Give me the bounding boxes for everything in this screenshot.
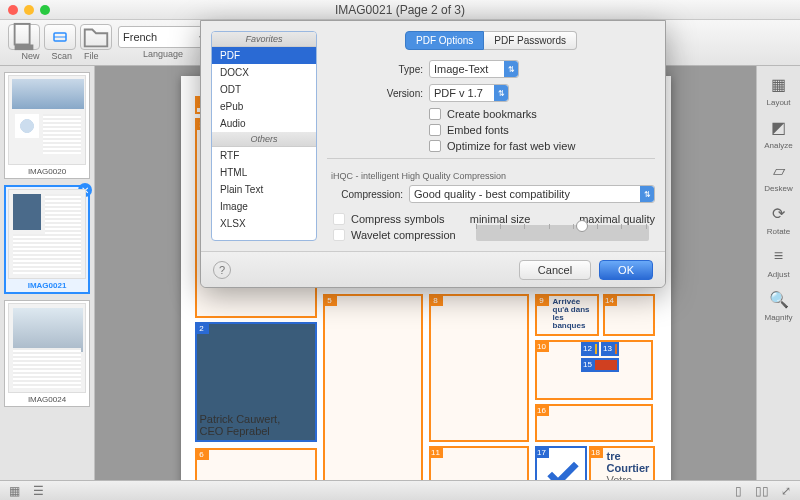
format-item-audio[interactable]: Audio: [212, 115, 316, 132]
language-select[interactable]: French▾: [118, 26, 208, 48]
thumbnails-panel: IMAG0020 ✕ IMAG0021 IMAG0024: [0, 66, 95, 480]
view-list-icon[interactable]: ☰: [30, 483, 46, 499]
tool-magnify[interactable]: 🔍Magnify: [757, 287, 800, 322]
format-item-xlsx[interactable]: XLSX: [212, 215, 316, 232]
scan-button[interactable]: [44, 24, 76, 50]
type-select[interactable]: Image-Text⇅: [429, 60, 519, 78]
ok-button[interactable]: OK: [599, 260, 653, 280]
thumbnail[interactable]: IMAG0020: [4, 72, 90, 179]
titlebar: IMAG0021 (Page 2 of 3): [0, 0, 800, 20]
deskew-icon: ▱: [765, 158, 793, 182]
format-list: Favorites PDF DOCX ODT ePub Audio Others…: [211, 31, 317, 241]
window-title: IMAG0021 (Page 2 of 3): [0, 3, 800, 17]
updown-icon: ⇅: [508, 65, 515, 74]
page-single-icon[interactable]: ▯: [730, 483, 746, 499]
status-bar: ▦ ☰ ▯ ▯▯ ⤢: [0, 480, 800, 500]
tools-sidebar: ▦Layout ◩Analyze ▱Deskew ⟳Rotate ≡Adjust…: [756, 66, 800, 480]
analyze-icon: ◩: [765, 115, 793, 139]
favorites-header: Favorites: [212, 32, 316, 47]
others-header: Others: [212, 132, 316, 147]
format-item-docx[interactable]: DOCX: [212, 64, 316, 81]
thumbnail[interactable]: ✕ IMAG0021: [4, 185, 90, 294]
help-button[interactable]: ?: [213, 261, 231, 279]
pdf-options-sheet: Favorites PDF DOCX ODT ePub Audio Others…: [200, 20, 666, 288]
view-grid-icon[interactable]: ▦: [6, 483, 22, 499]
tool-deskew[interactable]: ▱Deskew: [757, 158, 800, 193]
quality-slider[interactable]: [476, 225, 649, 241]
format-item-plain[interactable]: Plain Text: [212, 181, 316, 198]
bookmarks-checkbox[interactable]: [429, 108, 441, 120]
options-tabs: PDF Options PDF Passwords: [327, 31, 655, 50]
magnify-icon: 🔍: [765, 287, 793, 311]
tab-pdf-passwords[interactable]: PDF Passwords: [484, 31, 577, 50]
format-item-epub[interactable]: ePub: [212, 98, 316, 115]
updown-icon: ⇅: [644, 190, 651, 199]
options-panel: PDF Options PDF Passwords Type: Image-Te…: [327, 31, 655, 241]
layout-icon: ▦: [765, 72, 793, 96]
wavelet-checkbox: [333, 229, 345, 241]
file-button[interactable]: [80, 24, 112, 50]
tool-rotate[interactable]: ⟳Rotate: [757, 201, 800, 236]
svg-rect-0: [15, 24, 30, 45]
slider-thumb[interactable]: [576, 220, 588, 232]
adjust-icon: ≡: [765, 244, 793, 268]
compress-symbols-checkbox: [333, 213, 345, 225]
format-item-pdf[interactable]: PDF: [212, 47, 316, 64]
format-item-image[interactable]: Image: [212, 198, 316, 215]
embed-fonts-checkbox[interactable]: [429, 124, 441, 136]
tool-analyze[interactable]: ◩Analyze: [757, 115, 800, 150]
tab-pdf-options[interactable]: PDF Options: [405, 31, 484, 50]
format-item-html[interactable]: HTML: [212, 164, 316, 181]
cancel-button[interactable]: Cancel: [519, 260, 591, 280]
format-item-rtf[interactable]: RTF: [212, 147, 316, 164]
compression-select[interactable]: Good quality - best compatibility⇅: [409, 185, 655, 203]
new-button[interactable]: [8, 24, 40, 50]
tool-adjust[interactable]: ≡Adjust: [757, 244, 800, 279]
updown-icon: ⇅: [498, 89, 505, 98]
ihqc-label: iHQC - intelligent High Quality Compress…: [331, 171, 655, 181]
expand-icon[interactable]: ⤢: [778, 483, 794, 499]
thumbnail[interactable]: IMAG0024: [4, 300, 90, 407]
optimize-web-checkbox[interactable]: [429, 140, 441, 152]
format-item-odt[interactable]: ODT: [212, 81, 316, 98]
page-facing-icon[interactable]: ▯▯: [754, 483, 770, 499]
version-select[interactable]: PDF v 1.7⇅: [429, 84, 509, 102]
rotate-icon: ⟳: [765, 201, 793, 225]
tool-layout[interactable]: ▦Layout: [757, 72, 800, 107]
